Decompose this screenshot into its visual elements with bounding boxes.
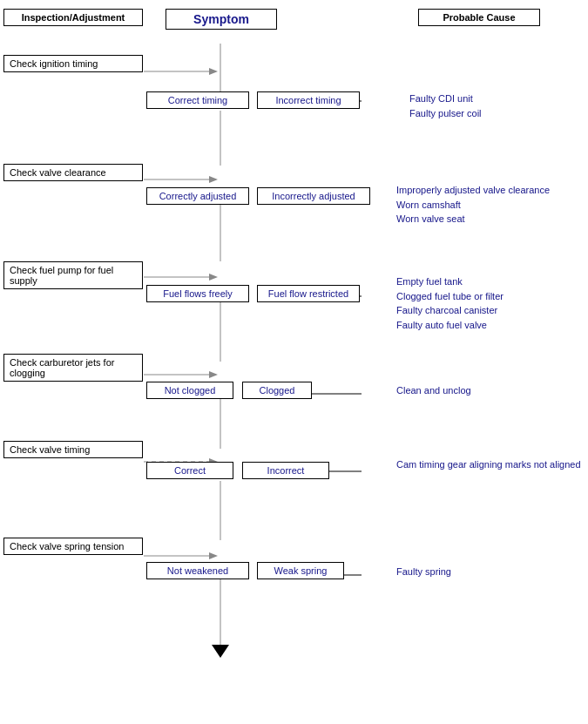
inspect-box-6: Check valve spring tension [3,538,143,555]
cause-text-5: Cam timing gear aligning marks not align… [396,457,584,472]
header-cause: Probable Cause [418,9,540,26]
inspect-box-1: Check ignition timing [3,55,143,72]
header-symptom: Symptom [166,9,277,30]
cause-text-2: Improperly adjusted valve clearance Worn… [396,183,584,227]
outcome-box-3b: Fuel flow restricted [257,285,360,302]
outcome-box-2a: Correctly adjusted [146,187,249,205]
svg-marker-2 [209,68,218,75]
outcome-box-3a: Fuel flows freely [146,285,249,302]
outcome-box-5b: Incorrect [242,462,329,479]
svg-marker-12 [209,371,218,378]
svg-marker-18 [209,552,218,559]
diagram-container: Inspection/Adjustment Symptom Probable C… [0,0,588,724]
outcome-box-4b: Clogged [242,382,312,399]
outcome-box-6a: Not weakened [146,562,249,579]
inspect-box-2: Check valve clearance [3,164,143,181]
inspect-box-3: Check fuel pump for fuel supply [3,261,143,289]
cause-text-4: Clean and unclog [396,383,584,398]
cause-text-1: Faulty CDI unit Faulty pulser coil [409,91,584,120]
cause-text-6: Faulty spring [396,565,584,579]
outcome-box-5a: Correct [146,462,233,479]
outcome-box-4a: Not clogged [146,382,233,399]
header-inspection: Inspection/Adjustment [3,9,143,26]
svg-marker-6 [209,176,218,183]
svg-marker-9 [209,274,218,281]
outcome-box-2b: Incorrectly adjusted [257,187,370,205]
inspect-box-4: Check carburetor jets for clogging [3,354,143,382]
inspect-box-5: Check valve timing [3,441,143,458]
outcome-box-1b: Incorrect timing [257,91,360,109]
svg-marker-20 [212,645,229,658]
outcome-box-1a: Correct timing [146,91,249,109]
outcome-box-6b: Weak spring [257,562,344,579]
cause-text-3: Empty fuel tank Clogged fuel tube or fil… [396,274,584,332]
